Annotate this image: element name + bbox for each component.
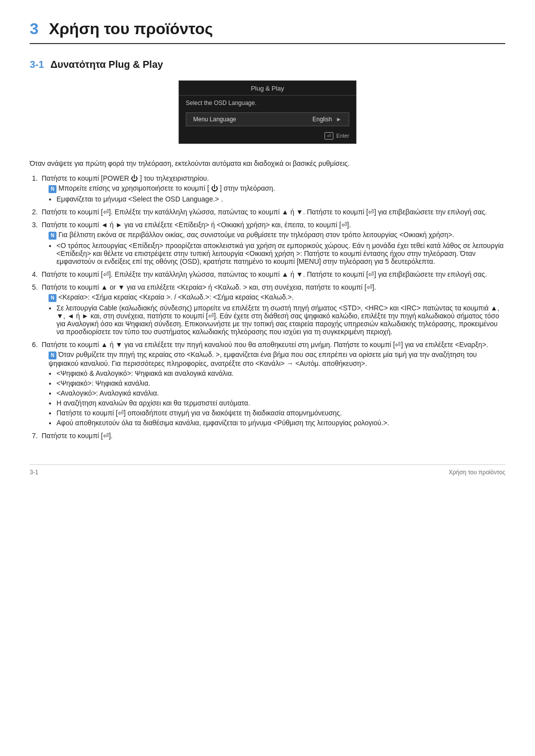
chapter-title-text: Χρήση του προϊόντος: [49, 20, 213, 38]
step-text-5: Πατήστε το κουμπί ▲ or ▼ για να επιλέξετ…: [42, 283, 376, 291]
osd-menu-language-value: English: [313, 116, 332, 123]
step-item-6: Πατήστε το κουμπί ▲ ή ▼ για να επιλέξετε…: [40, 341, 505, 427]
sub-item-6-7: Αφού αποθηκευτούν όλα τα διαθέσιμα κανάλ…: [56, 419, 505, 427]
section-number: 3-1: [30, 59, 44, 70]
osd-footer: ⏎ Enter: [179, 129, 356, 144]
note-icon: N: [49, 352, 56, 359]
osd-title: Plug & Play: [179, 81, 356, 96]
step-text-2: Πατήστε το κουμπί [⏎]. Επιλέξτε την κατά…: [42, 208, 487, 216]
sub-item-6-4: <Αναλογικό>: Αναλογικά κανάλια.: [56, 389, 505, 397]
footer-left: 3-1: [30, 469, 38, 476]
step-text-7: Πατήστε το κουμπί [⏎].: [42, 432, 113, 440]
step-item-5: Πατήστε το κουμπί ▲ or ▼ για να επιλέξετ…: [40, 283, 505, 336]
sub-list-1: NΜπορείτε επίσης να χρησιμοποιήσετε το κ…: [56, 184, 505, 203]
step-text-1: Πατήστε το κουμπί [POWER ⏻ ] του τηλεχει…: [42, 174, 209, 182]
osd-arrow-icon: ►: [336, 116, 342, 123]
step-item-7: Πατήστε το κουμπί [⏎].: [40, 432, 505, 440]
sub-list-3: NΓια βέλτιστη εικόνα σε περιβάλλον οικία…: [56, 231, 505, 265]
chapter-title: 3 Χρήση του προϊόντος: [30, 20, 505, 44]
intro-text: Όταν ανάψετε για πρώτη φορά την τηλεόρασ…: [30, 158, 505, 169]
note-icon: N: [49, 232, 56, 240]
section-title: 3-1 Δυνατότητα Plug & Play: [30, 59, 505, 70]
osd-menu-language-label: Menu Language: [193, 116, 313, 123]
sub-item-6-2: <Ψηφιακό & Αναλογικό>: Ψηφιακά και αναλο…: [56, 369, 505, 377]
page-footer: 3-1 Χρήση του προϊόντος: [30, 464, 505, 476]
osd-footer-label: Enter: [336, 133, 349, 139]
sub-item-1-2: Εμφανίζεται το μήνυμα <Select the OSD La…: [56, 195, 505, 203]
sub-item-6-1: NΌταν ρυθμίζετε την πηγή της κεραίας στο…: [49, 351, 505, 367]
step-item-2: Πατήστε το κουμπί [⏎]. Επιλέξτε την κατά…: [40, 208, 505, 216]
osd-enter-icon: ⏎: [324, 132, 333, 140]
osd-menu-language-row: Menu Language English ►: [186, 112, 349, 126]
sub-item-3-1: NΓια βέλτιστη εικόνα σε περιβάλλον οικία…: [49, 231, 505, 240]
sub-item-1-1: NΜπορείτε επίσης να χρησιμοποιήσετε το κ…: [49, 184, 505, 193]
step-item-3: Πατήστε το κουμπί ◄ ή ► για να επιλέξετε…: [40, 221, 505, 265]
section-title-text: Δυνατότητα Plug & Play: [51, 59, 163, 70]
sub-item-3-2: <Ο τρόπος λειτουργίας <Επίδειξη> προορίζ…: [56, 242, 505, 265]
osd-subtitle: Select the OSD Language.: [179, 96, 356, 109]
step-text-6: Πατήστε το κουμπί ▲ ή ▼ για να επιλέξετε…: [42, 341, 488, 349]
osd-dialog: Plug & Play Select the OSD Language. Men…: [178, 80, 357, 144]
note-icon: N: [49, 294, 56, 302]
step-text-4: Πατήστε το κουμπί [⏎]. Επιλέξτε την κατά…: [42, 270, 487, 278]
steps-list: Πατήστε το κουμπί [POWER ⏻ ] του τηλεχει…: [40, 174, 505, 440]
sub-list-5: N<Κεραία>: <Σήμα κεραίας <Κεραία >. / <Κ…: [56, 293, 505, 336]
sub-item-5-1: N<Κεραία>: <Σήμα κεραίας <Κεραία >. / <Κ…: [49, 293, 505, 302]
sub-item-6-6: Πατήστε το κουμπί [⏎] οποιαδήποτε στιγμή…: [56, 409, 505, 417]
content-block: Όταν ανάψετε για πρώτη φορά την τηλεόρασ…: [30, 158, 505, 169]
sub-item-6-3: <Ψηφιακό>: Ψηφιακά κανάλια.: [56, 379, 505, 387]
sub-item-6-5: Η αναζήτηση καναλιών θα αρχίσει και θα τ…: [56, 399, 505, 407]
chapter-number: 3: [30, 20, 39, 38]
footer-right: Χρήση του προϊόντος: [449, 469, 505, 476]
sub-item-5-2: Σε λειτουργία Cable (καλωδιακής σύνδεσης…: [56, 304, 505, 336]
sub-list-6: NΌταν ρυθμίζετε την πηγή της κεραίας στο…: [56, 351, 505, 427]
step-item-4: Πατήστε το κουμπί [⏎]. Επιλέξτε την κατά…: [40, 270, 505, 278]
note-icon: N: [49, 185, 56, 193]
step-text-3: Πατήστε το κουμπί ◄ ή ► για να επιλέξετε…: [42, 221, 351, 229]
step-item-1: Πατήστε το κουμπί [POWER ⏻ ] του τηλεχει…: [40, 174, 505, 203]
